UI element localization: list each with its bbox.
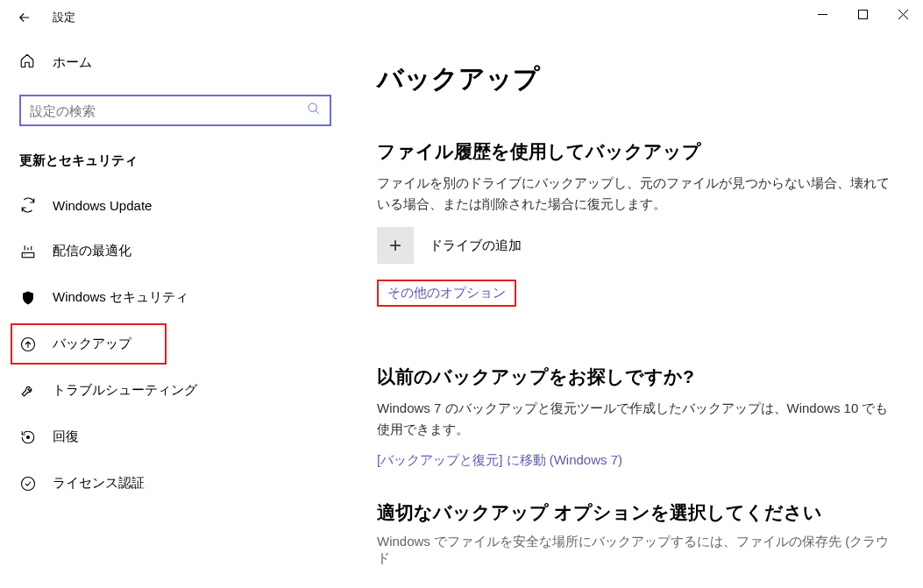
home-icon — [19, 53, 37, 72]
minimize-button[interactable] — [802, 0, 842, 28]
backup-icon — [19, 337, 37, 352]
sidebar-item-label: 配信の最適化 — [53, 243, 131, 259]
category-header: 更新とセキュリティ — [0, 145, 351, 185]
sidebar-item-delivery[interactable]: 配信の最適化 — [0, 230, 351, 272]
window-controls — [802, 0, 923, 28]
section-heading: 以前のバックアップをお探しですか? — [377, 365, 897, 389]
page-title: バックアップ — [377, 61, 897, 97]
minimize-icon — [818, 10, 827, 19]
section-description: Windows でファイルを安全な場所にバックアップするには、ファイルの保存先 … — [377, 534, 897, 567]
search-box[interactable] — [19, 95, 331, 126]
maximize-icon — [858, 10, 868, 19]
troubleshoot-icon — [19, 383, 37, 399]
backup-restore-link[interactable]: [バックアップと復元] に移動 (Windows 7) — [377, 452, 897, 469]
sidebar-item-troubleshoot[interactable]: トラブルシューティング — [0, 370, 351, 411]
add-drive-button[interactable]: + ドライブの追加 — [377, 227, 897, 264]
home-nav[interactable]: ホーム — [0, 44, 351, 81]
window-title: 設定 — [53, 10, 75, 25]
titlebar: 設定 — [0, 0, 923, 35]
maximize-button[interactable] — [842, 0, 883, 28]
sidebar-item-label: Windows セキュリティ — [53, 289, 188, 306]
svg-point-5 — [22, 477, 35, 490]
sidebar: ホーム 更新とセキュリティ Windows Update 配信の最適化 — [0, 35, 351, 588]
add-drive-label: ドライブの追加 — [430, 237, 522, 254]
section-description: ファイルを別のドライブにバックアップし、元のファイルが見つからない場合、壊れてい… — [377, 173, 897, 215]
sidebar-item-label: Windows Update — [53, 198, 152, 213]
home-label: ホーム — [53, 54, 92, 71]
sidebar-item-label: トラブルシューティング — [53, 382, 197, 399]
arrow-left-icon — [17, 10, 32, 25]
section-backup-options: 適切なバックアップ オプションを選択してください Windows でファイルを安… — [377, 500, 897, 567]
close-icon — [898, 10, 908, 19]
sidebar-item-recovery[interactable]: 回復 — [0, 416, 351, 457]
activation-icon — [19, 476, 37, 492]
main-content: バックアップ ファイル履歴を使用してバックアップ ファイルを別のドライブにバック… — [351, 35, 923, 588]
back-button[interactable] — [7, 0, 42, 35]
delivery-icon — [19, 244, 37, 259]
section-heading: 適切なバックアップ オプションを選択してください — [377, 500, 897, 525]
svg-rect-2 — [22, 252, 34, 257]
recovery-icon — [19, 429, 37, 445]
shield-icon — [19, 290, 37, 306]
sidebar-item-label: バックアップ — [53, 336, 131, 352]
sidebar-item-windows-update[interactable]: Windows Update — [0, 185, 351, 225]
plus-icon: + — [377, 227, 414, 264]
search-icon — [307, 102, 321, 119]
section-previous-backup: 以前のバックアップをお探しですか? Windows 7 のバックアップと復元ツー… — [377, 365, 897, 469]
sync-icon — [19, 197, 37, 213]
section-heading: ファイル履歴を使用してバックアップ — [377, 139, 897, 164]
section-file-history: ファイル履歴を使用してバックアップ ファイルを別のドライブにバックアップし、元の… — [377, 139, 897, 333]
section-description: Windows 7 のバックアップと復元ツールで作成したバックアップは、Wind… — [377, 398, 897, 440]
sidebar-item-label: ライセンス認証 — [53, 475, 145, 492]
sidebar-item-activation[interactable]: ライセンス認証 — [0, 463, 351, 504]
svg-point-4 — [27, 436, 30, 438]
sidebar-item-security[interactable]: Windows セキュリティ — [0, 277, 351, 318]
close-button[interactable] — [883, 0, 923, 28]
sidebar-item-label: 回復 — [53, 429, 79, 445]
svg-point-1 — [309, 103, 316, 111]
content-container: ホーム 更新とセキュリティ Windows Update 配信の最適化 — [0, 35, 923, 588]
more-options-link[interactable]: その他のオプション — [377, 280, 516, 307]
search-input[interactable] — [30, 103, 307, 118]
sidebar-item-backup[interactable]: バックアップ — [11, 323, 167, 365]
svg-rect-0 — [858, 10, 867, 18]
